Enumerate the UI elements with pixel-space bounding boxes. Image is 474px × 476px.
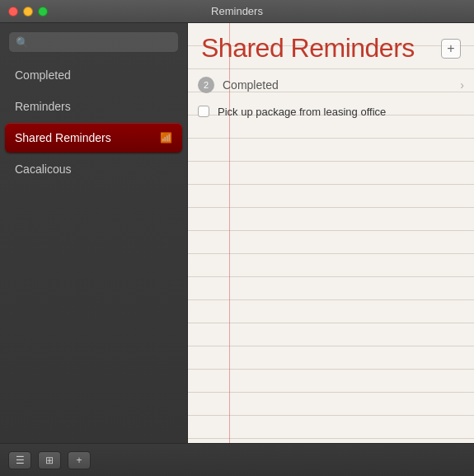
grid-icon: ⊞ [45,455,54,466]
window-title: Reminders [211,5,263,17]
page-title: Shared Reminders [201,33,415,64]
completed-label: Completed [223,78,460,92]
main-header: Shared Reminders + [188,23,474,70]
wifi-icon: 📶 [160,132,172,144]
sidebar-item-reminders[interactable]: Reminders [5,92,182,121]
toolbar-grid-button[interactable]: ⊞ [38,451,61,469]
sidebar-item-cacalicous[interactable]: Cacalicous [5,154,182,184]
app-body: 🔍 Completed Reminders Shared Reminders 📶… [0,23,474,443]
add-reminder-button[interactable]: + [441,39,461,59]
toolbar-add-button[interactable]: + [68,451,91,469]
sidebar-item-completed[interactable]: Completed [5,60,182,90]
sidebar-item-label: Completed [15,68,71,82]
window-buttons [8,7,48,16]
main-content: Shared Reminders + 2 Completed › Pick up… [188,23,474,443]
sidebar-item-label: Shared Reminders [15,131,111,144]
titlebar: Reminders [0,0,474,23]
maximize-button[interactable] [38,7,48,16]
search-bar[interactable]: 🔍 [8,31,179,53]
bottom-toolbar: ☰ ⊞ + [0,443,474,476]
sidebar-item-label: Cacalicous [15,163,71,176]
reminder-list: Pick up package from leasing office [188,100,474,443]
sidebar-item-label: Reminders [15,100,71,113]
completed-count: 2 [198,77,214,93]
item-text: Pick up package from leasing office [218,106,386,118]
item-checkbox[interactable] [198,106,209,117]
list-item: Pick up package from leasing office [188,100,474,123]
chevron-right-icon: › [460,78,464,92]
completed-section[interactable]: 2 Completed › [188,70,474,100]
minimize-button[interactable] [23,7,33,16]
search-icon: 🔍 [16,36,29,49]
sidebar: 🔍 Completed Reminders Shared Reminders 📶… [0,23,188,443]
plus-icon: + [76,455,82,466]
close-button[interactable] [8,7,18,16]
list-icon: ☰ [16,455,25,466]
toolbar-list-button[interactable]: ☰ [8,451,31,469]
sidebar-item-shared-reminders[interactable]: Shared Reminders 📶 [5,123,182,153]
